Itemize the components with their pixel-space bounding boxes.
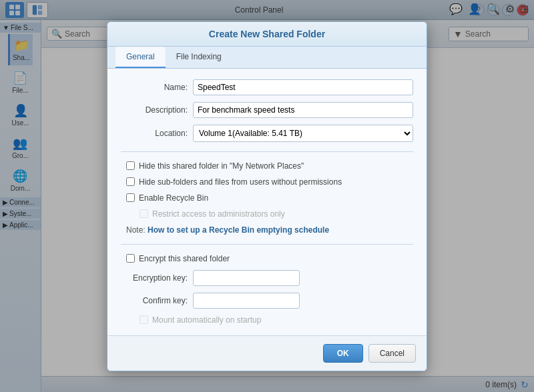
encrypt-folder-checkbox[interactable] — [126, 254, 135, 263]
form-row-location: Location: Volume 1(Available: 5.41 TB) — [121, 125, 413, 142]
hide-subfolders-checkbox[interactable] — [126, 177, 135, 186]
checkbox-hide-network: Hide this shared folder in "My Network P… — [121, 161, 413, 171]
form-row-confirm-key: Confirm key: — [121, 293, 413, 309]
restrict-admin-label: Restrict access to administrators only — [152, 209, 285, 219]
description-label: Description: — [121, 105, 188, 115]
location-select[interactable]: Volume 1(Available: 5.41 TB) — [193, 125, 413, 142]
confirm-key-label: Confirm key: — [121, 296, 188, 305]
enable-recycle-label[interactable]: Enable Recycle Bin — [139, 193, 208, 203]
note-prefix: Note: — [126, 225, 148, 235]
modal-create-shared-folder: Create New Shared Folder General File In… — [107, 21, 427, 371]
tab-file-indexing-label: File Indexing — [176, 52, 222, 61]
description-input[interactable] — [193, 102, 413, 118]
modal-footer: OK Cancel — [107, 335, 427, 371]
tab-general-label: General — [126, 52, 155, 61]
hide-network-checkbox[interactable] — [126, 161, 135, 170]
encryption-key-label: Encryption key: — [121, 273, 188, 283]
modal-header: Create New Shared Folder — [107, 22, 427, 47]
form-row-name: Name: — [121, 79, 413, 95]
enable-recycle-checkbox[interactable] — [126, 193, 135, 202]
note-link[interactable]: How to set up a Recycle Bin emptying sch… — [148, 225, 329, 235]
encrypt-folder-label[interactable]: Encrypt this shared folder — [139, 254, 230, 263]
name-input[interactable] — [193, 79, 413, 95]
mount-auto-label: Mount automatically on startup — [152, 315, 261, 325]
tab-file-indexing[interactable]: File Indexing — [166, 47, 232, 68]
note-row: Note: How to set up a Recycle Bin emptyi… — [121, 225, 413, 235]
tab-general[interactable]: General — [115, 47, 166, 68]
checkbox-restrict-admin: Restrict access to administrators only — [121, 209, 413, 219]
checkbox-encrypt: Encrypt this shared folder — [121, 254, 413, 263]
name-label: Name: — [121, 83, 188, 92]
form-row-encryption-key: Encryption key: — [121, 270, 413, 286]
modal-title: Create New Shared Folder — [209, 29, 325, 39]
checkbox-hide-subfolders: Hide sub-folders and files from users wi… — [121, 177, 413, 187]
ok-button[interactable]: OK — [323, 344, 363, 363]
hide-network-label[interactable]: Hide this shared folder in "My Network P… — [139, 161, 304, 171]
divider-1 — [121, 151, 413, 152]
cancel-button[interactable]: Cancel — [368, 344, 416, 363]
confirm-key-input[interactable] — [193, 293, 300, 309]
modal-body: Name: Description: Location: Volume 1(Av… — [107, 69, 427, 335]
form-row-description: Description: — [121, 102, 413, 118]
modal-tabs: General File Indexing — [107, 47, 427, 69]
encryption-key-input[interactable] — [193, 270, 300, 286]
checkbox-enable-recycle: Enable Recycle Bin — [121, 193, 413, 203]
hide-subfolders-label[interactable]: Hide sub-folders and files from users wi… — [139, 177, 342, 187]
modal-overlay: Create New Shared Folder General File In… — [0, 0, 534, 392]
checkbox-mount-auto: Mount automatically on startup — [121, 315, 413, 325]
mount-auto-checkbox — [140, 315, 148, 324]
restrict-admin-checkbox — [140, 209, 148, 218]
divider-2 — [121, 244, 413, 245]
location-label: Location: — [121, 129, 188, 138]
